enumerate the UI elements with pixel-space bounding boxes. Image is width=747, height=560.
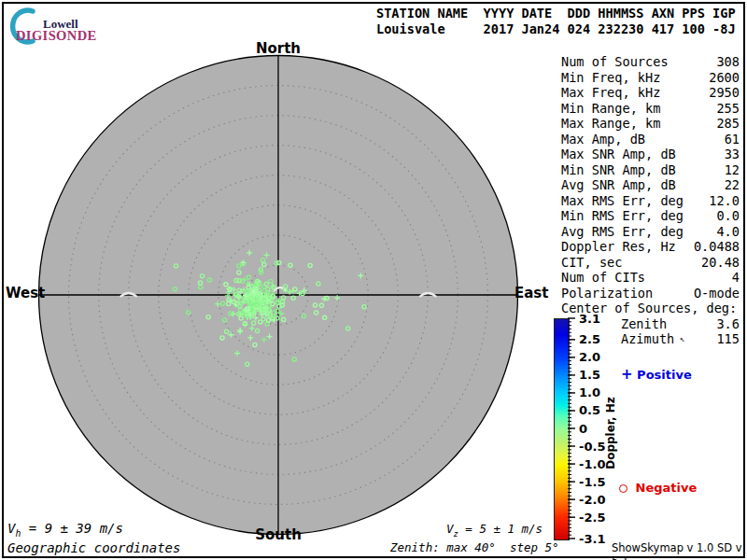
colorbar-tick-label: -1.0 [579,457,605,471]
colorbar-tick-label: -0.5 [579,440,605,454]
legend-positive: + Positive [621,366,692,383]
colorbar-tick-label: -2.5 [579,511,605,525]
compass-west-label: West [6,285,45,301]
colorbar-tick-label: 3.1 [579,312,600,326]
colorbar-ticks: 3.12.52.01.51.00.50-0.5-1.0-1.5-2.0-2.5-… [568,308,624,551]
showskymap-window: Lowell DIGISONDE STATION NAME YYYY DATE … [0,0,747,560]
legend-negative: Negative [619,481,697,495]
legend-negative-label: Negative [636,481,698,495]
compass-east-label: East [514,285,561,301]
colorbar-tick-label: 1.5 [579,368,600,382]
zenith-range-note: Zenith: max 40° step 5° [390,540,559,554]
colorbar-tick-label: 0 [579,422,587,436]
legend-positive-label: Positive [637,368,692,382]
plus-marker-icon: + [621,366,633,383]
compass-north-label: North [249,40,307,57]
compass-south-label: South [249,526,307,543]
coordinate-system-note: Geographic coordinates [7,540,180,555]
horizontal-velocity-readout: Vh = 9 ± 39 m/s [7,521,123,539]
colorbar-tick-label: 0.5 [579,403,600,417]
colorbar-tick-label: 1.0 [579,385,600,399]
colorbar-tick-label: -2.0 [579,493,605,507]
skymap-polar-plot [0,0,747,560]
vertical-velocity-readout: Vz = 5 ± 1 m/s [446,522,543,539]
colorbar-tick-label: -1.5 [579,475,605,489]
circle-marker-icon [619,484,627,493]
colorbar-tick-label: -3.1 [579,532,605,546]
colorbar-tick-label: 2.0 [579,350,600,364]
app-version-credit: ShowSkymap v 1.0 SD v 5.1 [612,541,747,560]
colorbar-tick-label: 2.5 [579,332,600,346]
